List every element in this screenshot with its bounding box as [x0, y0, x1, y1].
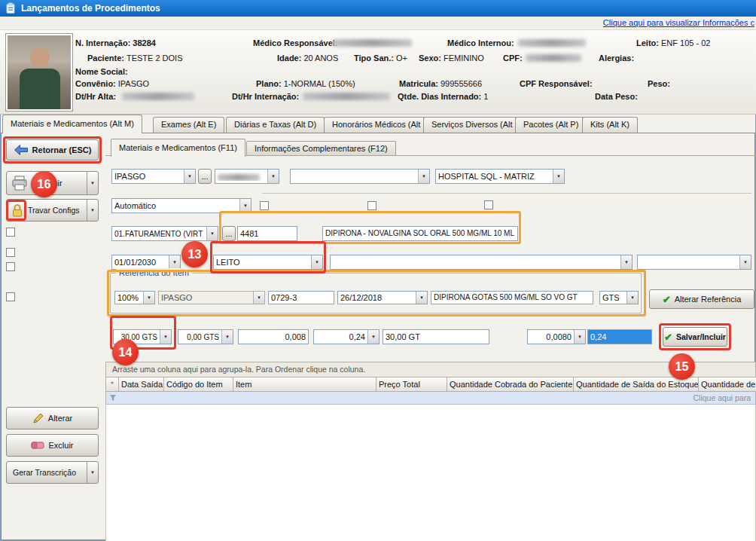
inner-tab-materiais-f11[interactable]: Materiais e Medicamentos (F11) [111, 139, 245, 157]
local-uso-combo[interactable]: LEITO ▼ [213, 255, 323, 270]
tab-diarias-taxas[interactable]: Diárias e Taxas (Alt D) [226, 117, 325, 133]
convenio-dropdown-arrow-icon[interactable]: ▼ [184, 170, 195, 183]
grupo-lancamento-dropdown-arrow-icon[interactable]: ▼ [620, 255, 632, 269]
descricao-oficial-input[interactable]: DIPIRONA GOTAS 500 MG/ML SO VO GT [431, 291, 593, 304]
inner-tab-complementares-f12[interactable]: Informações Complementares (F12) [246, 141, 396, 156]
tipo-sanguineo-label: Tipo San.: [354, 53, 394, 63]
convenio-combo[interactable]: IPASGO ▼ [111, 169, 196, 184]
tab-kits[interactable]: Kits (Alt K) [582, 117, 638, 133]
local-uso-dropdown-arrow-icon[interactable]: ▼ [311, 255, 322, 269]
dthr-internacao-label: Dt/Hr Internação: [232, 92, 299, 101]
unidade-combo[interactable]: HOSPITAL SQL - MATRIZ ▼ [435, 169, 565, 184]
alterar-button[interactable]: Alterar [6, 407, 99, 429]
data-lancamento-dropdown-arrow-icon[interactable]: ▼ [267, 170, 279, 183]
grid-col-qtde-clipped[interactable]: Quantidade de S [699, 377, 756, 392]
retornar-label: Retornar (ESC) [32, 145, 92, 154]
grid-col-item[interactable]: Item [233, 377, 376, 392]
data-vencto-dropdown-arrow-icon[interactable]: ▼ [169, 255, 180, 269]
cobrar-paciente-checkbox[interactable] [260, 201, 269, 210]
dthr-internacao-value-redacted [303, 93, 390, 100]
grid-new-row[interactable]: Clique aqui para [105, 392, 756, 405]
informar-complementares-checkbox[interactable] [6, 262, 15, 271]
qtde-cobrada-dropdown-arrow-icon[interactable]: ▼ [160, 330, 171, 344]
grid-col-data-saida[interactable]: Data Saída [119, 377, 164, 392]
annotation-step-15: 15 [669, 353, 695, 380]
vl-unt-oficial-dropdown-arrow-icon[interactable]: ▼ [574, 330, 585, 344]
excluir-button[interactable]: Excluir [6, 434, 99, 457]
ignorar-avisos-checkbox[interactable] [6, 248, 15, 257]
lembrar-config-checkbox[interactable] [484, 200, 493, 209]
plano-label: Plano: [256, 79, 282, 88]
medico-receitou-dropdown-arrow-icon[interactable]: ▼ [418, 170, 429, 183]
dthr-alta-value-redacted [122, 93, 194, 100]
qtde-estoque-combo[interactable]: 0,00 GTS ▼ [178, 329, 233, 344]
eraser-icon [31, 441, 44, 450]
convenio-browse-button[interactable]: ... [198, 169, 212, 184]
tab-honorarios-medicos[interactable]: Honorários Médicos (Alt H) [324, 117, 440, 133]
valor-total-combo[interactable]: 0,24 ▼ [313, 329, 380, 344]
data-lancamento-value-redacted [215, 172, 267, 181]
exame-vinculado-combo[interactable]: ▼ [637, 255, 751, 270]
unidade-combo-value: HOSPITAL SQL - MATRIZ [436, 172, 553, 181]
codigo-oficial-input[interactable]: 0729-3 [268, 291, 334, 304]
travar-configs-dropdown-arrow[interactable]: ▼ [87, 200, 98, 221]
patient-photo [6, 34, 72, 111]
cobertura-dropdown-arrow-icon[interactable]: ▼ [143, 292, 154, 304]
grid-col-preco-total[interactable]: Preço Total [376, 377, 447, 392]
setor-origem-value: 01.FATURAMENTO (VIRT [112, 230, 206, 238]
tab-exames[interactable]: Exames (Alt E) [153, 117, 224, 133]
lancar-quant-dropdown-arrow-icon[interactable]: ▼ [239, 199, 251, 212]
unidade-oficial-value: GTS [600, 293, 626, 302]
tab-materiais-medicamentos[interactable]: Materiais e Medicamentos (Alt M) [2, 115, 142, 133]
cod-item-browse-dots: ... [225, 229, 232, 238]
imprimir-dropdown-arrow[interactable]: ▼ [87, 172, 98, 194]
grupo-lancamento-combo[interactable]: ▼ [330, 255, 633, 270]
lancar-quant-combo[interactable]: Automático ▼ [111, 198, 251, 213]
salvar-incluir-button[interactable]: ✔ Salvar/Incluir [663, 327, 727, 347]
unidade-oficial-dropdown-arrow-icon[interactable]: ▼ [626, 292, 638, 304]
qtde-estoque-dropdown-arrow-icon[interactable]: ▼ [221, 330, 233, 344]
dias-internado-label: Qtde. Dias Internado: [398, 92, 481, 101]
travar-configs-button[interactable]: Travar Configs ▼ [6, 199, 99, 222]
browse-dots-label: ... [201, 172, 208, 181]
data-vencto-combo[interactable]: 01/01/2030 ▼ [111, 255, 181, 270]
alterar-referencia-button[interactable]: ✔ Alterar Referência [649, 289, 754, 309]
data-atualizacao-combo[interactable]: 26/12/2018 ▼ [337, 291, 428, 304]
cpf-responsavel-label: CPF Responsável: [520, 79, 593, 88]
vl-unt-oficial-combo[interactable]: 0,0080 ▼ [527, 329, 586, 344]
retornar-button[interactable]: Retornar (ESC) [6, 139, 99, 160]
descricao-item-input[interactable]: DIPIRONA - NOVALGINA SOL ORAL 500 MG/ML … [322, 226, 518, 241]
annotation-step-13: 13 [181, 241, 208, 267]
tabela-oficial-dropdown-arrow-icon[interactable]: ▼ [253, 292, 264, 304]
gerar-transcricao-dropdown-arrow[interactable]: ▼ [87, 462, 98, 483]
grid-group-hint[interactable]: Arraste uma coluna aqui para agrupa-la. … [105, 362, 756, 377]
setor-origem-combo[interactable]: 01.FATURAMENTO (VIRT ▼ [111, 226, 218, 241]
unidade-oficial-combo[interactable]: GTS ▼ [599, 291, 639, 304]
unidade-dropdown-arrow-icon[interactable]: ▼ [553, 170, 564, 183]
tipo-sanguineo-value: O+ [396, 53, 407, 63]
tabela-oficial-combo[interactable]: IPASGO ▼ [158, 291, 265, 304]
grid-col-codigo-item[interactable]: Código do Item [164, 377, 233, 392]
data-atualizacao-dropdown-arrow-icon[interactable]: ▼ [416, 292, 427, 304]
repetir-dados-checkbox[interactable] [6, 292, 15, 301]
valor-total-dropdown-arrow-icon[interactable]: ▼ [367, 330, 379, 344]
cobertura-combo[interactable]: 100% ▼ [114, 291, 155, 304]
grid-col-qtde-cobrada-paciente[interactable]: Quantidade Cobrada do Paciente [447, 377, 574, 392]
dar-saida-checkbox[interactable] [367, 201, 376, 210]
informar-medico-checkbox[interactable] [6, 228, 15, 237]
visualizar-informacoes-link[interactable]: Clique aqui para visualizar Informações … [603, 18, 754, 27]
grid-body[interactable] [105, 405, 756, 541]
gerar-transcricao-button[interactable]: Gerar Transcrição ▼ [6, 461, 99, 484]
vl-total-oficial-input[interactable]: 0,24 [587, 329, 652, 344]
travar-configs-label: Travar Configs [28, 206, 82, 215]
data-lancamento-combo[interactable]: ▼ [215, 169, 279, 184]
cod-item-input[interactable]: 4481 [237, 226, 297, 241]
exame-vinculado-dropdown-arrow-icon[interactable]: ▼ [739, 255, 751, 269]
cod-item-browse-button[interactable]: ... [222, 226, 236, 241]
pencil-icon [32, 412, 44, 424]
medico-receitou-combo[interactable]: ▼ [290, 169, 430, 184]
qtde-oficial-input[interactable]: 30,00 GT [383, 329, 489, 344]
valor-unit-input[interactable]: 0,008 [238, 329, 309, 344]
tab-pacotes[interactable]: Pacotes (Alt P) [515, 117, 587, 133]
setor-origem-dropdown-arrow-icon[interactable]: ▼ [206, 227, 218, 240]
